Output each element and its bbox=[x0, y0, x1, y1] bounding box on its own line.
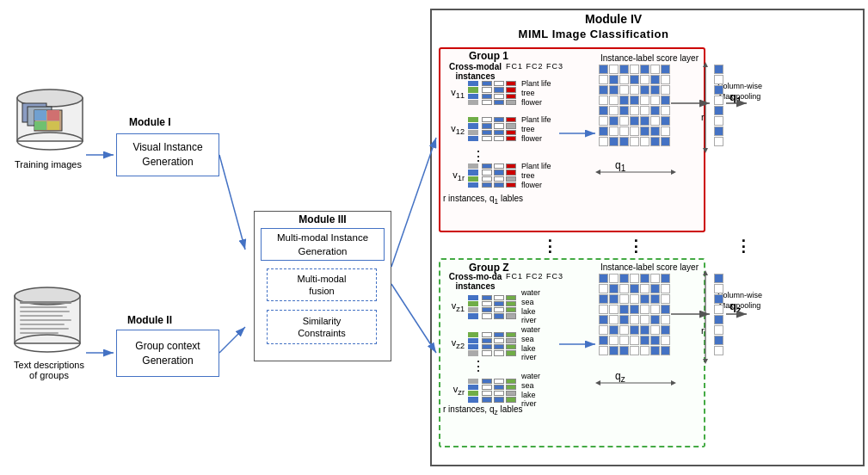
svg-rect-16 bbox=[20, 315, 63, 317]
similarity-label: Similarity Constraints bbox=[298, 315, 346, 340]
group1-score-label: Instance-label score layer bbox=[598, 53, 701, 63]
v11-labels-text: Plant lifetreeflower bbox=[521, 79, 551, 107]
vzr-vector bbox=[468, 379, 478, 403]
groupz-score-grid bbox=[599, 274, 670, 355]
multimodal-fusion-label: Multi-modal fusion bbox=[298, 273, 347, 298]
vz1-vector bbox=[468, 295, 478, 319]
v11-row: v11 bbox=[446, 79, 551, 107]
svg-rect-19 bbox=[20, 328, 69, 330]
training-images-label: Training images bbox=[5, 159, 91, 170]
v11-label: v11 bbox=[446, 87, 465, 100]
module-iii-title-label: Multi-modal Instance Generation bbox=[277, 231, 368, 258]
vzr-label: vzr bbox=[446, 384, 465, 397]
module-i-label: Module I bbox=[129, 116, 171, 128]
v12-vector bbox=[468, 117, 478, 141]
module-i-box: Visual Instance Generation bbox=[116, 133, 219, 176]
module-iii-title: Multi-modal Instance Generation bbox=[261, 228, 385, 261]
svg-line-25 bbox=[219, 155, 245, 250]
svg-rect-14 bbox=[20, 306, 67, 308]
groupz-r-label: r bbox=[701, 325, 705, 336]
v12-fc bbox=[482, 117, 516, 141]
module-iii-label: Module III bbox=[257, 213, 388, 225]
v1r-label: v1r bbox=[446, 170, 465, 182]
v1r-row: v1r bbox=[446, 162, 551, 189]
v1r-fc bbox=[482, 163, 516, 188]
v12-labels-text: Plant lifetreeflower bbox=[521, 115, 551, 143]
group1-label: Group 1 bbox=[469, 50, 508, 62]
svg-rect-9 bbox=[47, 121, 59, 130]
module-iv-label: Module IV bbox=[585, 12, 642, 26]
group1-fc-label: FC1 FC2 FC3 bbox=[506, 62, 563, 71]
group1-crossmodal: Cross-modalinstances bbox=[443, 62, 508, 81]
between-groups-dots3: ⋮ bbox=[736, 237, 751, 256]
vz1-row: vz1 bbox=[446, 288, 540, 325]
groupz-result-vector bbox=[714, 274, 723, 355]
svg-rect-15 bbox=[20, 311, 70, 312]
similarity-box: Similarity Constraints bbox=[267, 310, 377, 344]
group1-instances: r instances, q1 lables bbox=[443, 194, 523, 206]
group1-q1-right: q1 bbox=[729, 90, 742, 106]
v12-row: v12 bbox=[446, 115, 551, 143]
vzr-row: vzr bbox=[446, 372, 540, 409]
text-desc-label1: Text descriptions bbox=[2, 360, 96, 370]
vz1-fc bbox=[482, 295, 516, 319]
vz2-vector bbox=[468, 332, 478, 356]
svg-rect-13 bbox=[20, 301, 71, 304]
vz1-label: vz1 bbox=[446, 300, 465, 313]
module-ii-box: Group context Generation bbox=[116, 330, 219, 377]
between-groups-dots2: ⋮ bbox=[628, 237, 643, 256]
text-descriptions-cylinder bbox=[13, 284, 82, 356]
svg-rect-8 bbox=[34, 121, 46, 130]
v11-fc bbox=[482, 81, 516, 105]
vz2-labels-text: watersealakeriver bbox=[521, 325, 540, 362]
vz2-fc bbox=[482, 332, 516, 356]
groupz-q-bottom: qz bbox=[615, 370, 625, 384]
group1-result-vector bbox=[714, 65, 723, 146]
vz1-labels-text: watersealakeriver bbox=[521, 288, 540, 325]
between-groups-dots: ⋮ bbox=[542, 237, 557, 256]
module-ii-label: Module II bbox=[127, 314, 172, 326]
groupz-qz-right: qz bbox=[729, 299, 741, 315]
training-cylinder bbox=[15, 86, 84, 154]
svg-rect-7 bbox=[47, 110, 59, 120]
v1r-labels-text: Plant lifetreeflower bbox=[521, 162, 551, 189]
text-desc-label2: of groups bbox=[7, 370, 91, 380]
module-i-box-label: Visual Instance Generation bbox=[132, 140, 202, 170]
groupz-score-label: Instance-label score layer bbox=[598, 262, 701, 272]
diagram: Module IV MIML Image Classification Trai… bbox=[0, 0, 868, 475]
v12-label: v12 bbox=[446, 123, 465, 136]
svg-rect-6 bbox=[34, 110, 46, 120]
multimodal-fusion-box: Multi-modal fusion bbox=[267, 268, 377, 301]
vz2-label: vz2 bbox=[446, 337, 465, 350]
groupz-fc-label: FC1 FC2 FC3 bbox=[506, 272, 563, 281]
svg-rect-18 bbox=[20, 324, 65, 325]
group1-q-bottom: q1 bbox=[615, 159, 625, 173]
group1-r-label: r bbox=[701, 112, 705, 122]
vzr-labels-text: watersealakeriver bbox=[521, 372, 540, 409]
v11-vector bbox=[468, 81, 478, 105]
v1r-vector bbox=[468, 163, 478, 188]
vzr-fc bbox=[482, 379, 516, 403]
miml-label: MIML Image Classification bbox=[508, 28, 680, 40]
svg-line-27 bbox=[219, 327, 245, 353]
svg-rect-17 bbox=[20, 319, 71, 321]
group1-score-grid bbox=[599, 65, 670, 146]
vz2-row: vz2 bbox=[446, 325, 540, 362]
svg-rect-20 bbox=[20, 332, 58, 334]
groupz-instances: r instances, qz lables bbox=[443, 404, 523, 416]
module-ii-box-label: Group context Generation bbox=[135, 339, 200, 368]
